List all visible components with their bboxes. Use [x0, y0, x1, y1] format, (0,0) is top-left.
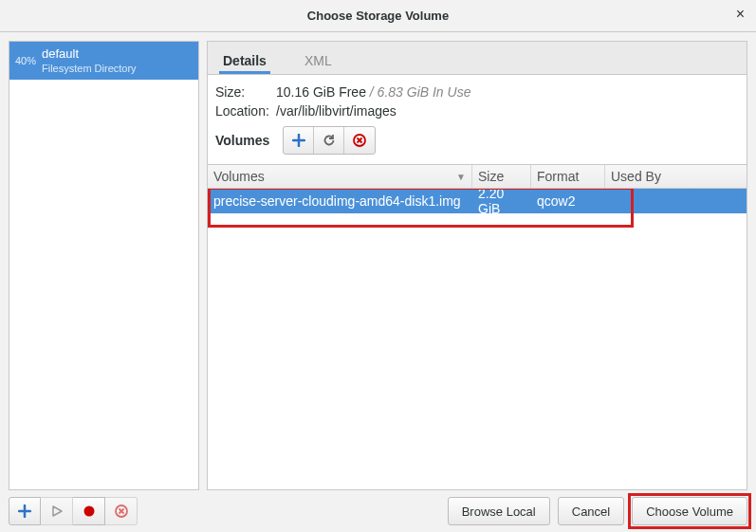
column-header-usedby[interactable]: Used By — [605, 165, 747, 188]
size-free: 10.16 GiB Free — [276, 84, 366, 100]
size-inuse: / 6.83 GiB In Use — [366, 84, 471, 100]
pool-info: default Filesystem Directory — [42, 43, 198, 79]
table-row[interactable]: precise-server-cloudimg-amd64-disk1.img … — [208, 189, 747, 213]
delete-pool-button[interactable] — [105, 497, 138, 525]
pool-action-buttons — [9, 497, 138, 525]
location-row: Location: /var/lib/libvirt/images — [208, 101, 747, 120]
refresh-volumes-button[interactable] — [314, 127, 344, 154]
storage-pool-sidebar: 40% default Filesystem Directory — [9, 41, 199, 490]
tab-details[interactable]: Details — [219, 46, 270, 74]
volumes-toolbar: Volumes — [208, 120, 747, 164]
window-title: Choose Storage Volume — [307, 9, 449, 23]
dialog-action-buttons: Browse Local Cancel Choose Volume — [448, 497, 747, 525]
choose-volume-wrap: Choose Volume — [632, 497, 747, 525]
content-pane: Details XML Size: 10.16 GiB Free / 6.83 … — [207, 41, 747, 490]
add-volume-button[interactable] — [284, 127, 314, 154]
tab-bar: Details XML — [207, 41, 747, 75]
column-header-size[interactable]: Size — [472, 165, 531, 188]
tab-xml[interactable]: XML — [301, 46, 336, 74]
volumes-label: Volumes — [215, 133, 269, 148]
size-label: Size: — [215, 84, 276, 100]
size-row: Size: 10.16 GiB Free / 6.83 GiB In Use — [208, 83, 747, 101]
pool-name: default — [42, 46, 198, 62]
svg-point-1 — [83, 506, 94, 517]
dialog-body: 40% default Filesystem Directory Details… — [0, 32, 756, 490]
volumes-table-body: precise-server-cloudimg-amd64-disk1.img … — [208, 189, 747, 489]
details-panel: Size: 10.16 GiB Free / 6.83 GiB In Use L… — [207, 75, 747, 490]
volume-actions-group — [283, 126, 376, 155]
cell-volume-name: precise-server-cloudimg-amd64-disk1.img — [208, 193, 472, 209]
remove-icon — [115, 504, 128, 518]
start-pool-button[interactable] — [41, 497, 73, 525]
add-icon — [292, 134, 305, 147]
browse-local-button[interactable]: Browse Local — [448, 497, 550, 525]
dialog-footer: Browse Local Cancel Choose Volume — [0, 490, 756, 532]
choose-volume-button[interactable]: Choose Volume — [632, 497, 747, 525]
close-icon[interactable]: × — [736, 6, 745, 23]
storage-pool-item-default[interactable]: 40% default Filesystem Directory — [9, 42, 198, 80]
volumes-table-header: Volumes ▼ Size Format Used By — [208, 164, 747, 189]
cell-volume-size: 2.20 GiB — [472, 189, 531, 216]
column-header-format[interactable]: Format — [531, 165, 605, 188]
location-label: Location: — [215, 103, 276, 119]
sort-indicator-icon: ▼ — [456, 172, 466, 182]
size-value: 10.16 GiB Free / 6.83 GiB In Use — [276, 84, 470, 100]
add-pool-button[interactable] — [9, 497, 41, 525]
refresh-icon — [323, 134, 336, 147]
add-icon — [18, 504, 31, 518]
column-header-volumes[interactable]: Volumes ▼ — [208, 165, 472, 188]
stop-pool-button[interactable] — [73, 497, 105, 525]
stop-icon — [83, 504, 96, 518]
play-icon — [51, 505, 63, 517]
column-header-volumes-label: Volumes — [213, 169, 265, 184]
cancel-button[interactable]: Cancel — [558, 497, 624, 525]
cell-volume-format: qcow2 — [531, 193, 605, 209]
delete-icon — [353, 134, 366, 147]
delete-volume-button[interactable] — [344, 127, 375, 154]
titlebar: Choose Storage Volume × — [0, 0, 756, 32]
pool-type: Filesystem Directory — [42, 62, 198, 75]
pool-usage-percent: 40% — [9, 55, 42, 66]
location-value: /var/lib/libvirt/images — [276, 103, 396, 119]
